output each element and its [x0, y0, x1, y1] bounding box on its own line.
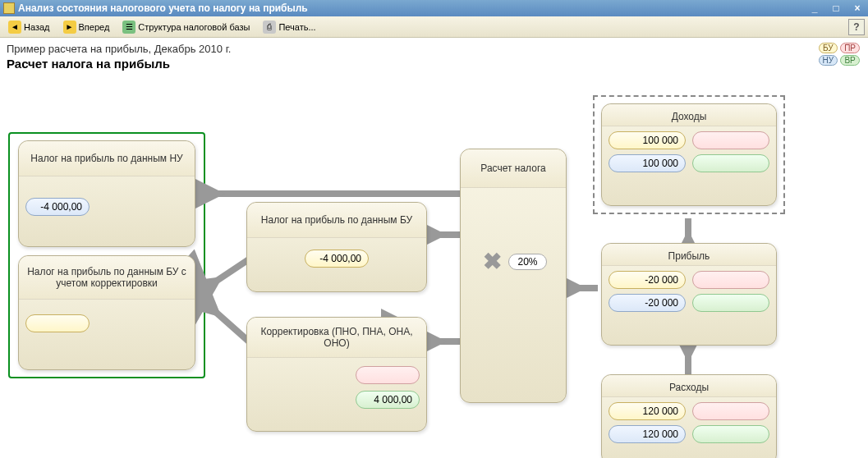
correction-pink: [356, 366, 420, 384]
legend-bu: БУ: [819, 43, 838, 53]
node-calc-title: Расчет налога: [461, 149, 566, 188]
node-tax-nu[interactable]: Налог на прибыль по данным НУ -4 000,00: [18, 140, 195, 247]
back-button[interactable]: ◄ Назад: [3, 18, 55, 36]
toolbar: ◄ Назад ► Вперед ☰ Структура налоговой б…: [0, 16, 868, 38]
legend-nu: НУ: [819, 55, 838, 66]
print-button[interactable]: ⎙ Печать...: [258, 18, 320, 36]
node-correction-title: Корректировка (ПНО, ПНА, ОНА, ОНО): [247, 318, 426, 358]
multiply-icon: ✖: [483, 248, 502, 275]
arrow-right-icon: ►: [63, 21, 76, 34]
tax-nu-value: -4 000,00: [25, 198, 90, 216]
profit-pink: [692, 271, 769, 289]
tax-rate: 20%: [508, 254, 546, 270]
back-label: Назад: [24, 22, 50, 32]
node-tax-bu[interactable]: Налог на прибыль по данным БУ -4 000,00: [246, 202, 427, 292]
income-blue: 100 000: [609, 154, 686, 172]
diagram: Налог на прибыль по данным НУ -4 000,00 …: [7, 71, 861, 458]
node-income[interactable]: Доходы 100 000 100 000: [601, 103, 777, 206]
tree-icon: ☰: [122, 21, 135, 34]
arrow-left-icon: ◄: [8, 21, 21, 34]
node-correction[interactable]: Корректировка (ПНО, ПНА, ОНА, ОНО) 4 000…: [246, 317, 427, 432]
forward-label: Вперед: [79, 22, 110, 32]
svg-line-4: [212, 309, 249, 341]
node-tax-nu-title: Налог на прибыль по данным НУ: [19, 141, 195, 176]
node-tax-bu-corr[interactable]: Налог на прибыль по данным БУ с учетом к…: [18, 255, 195, 370]
maximize-button[interactable]: □: [829, 2, 843, 14]
tax-bu-value: -4 000,00: [305, 250, 369, 268]
structure-label: Структура налоговой базы: [138, 22, 250, 32]
forward-button[interactable]: ► Вперед: [58, 18, 115, 36]
print-label: Печать...: [278, 22, 315, 32]
profit-green: [692, 294, 769, 312]
expense-yellow: 120 000: [609, 402, 686, 420]
close-button[interactable]: ×: [850, 2, 865, 14]
expense-blue: 120 000: [609, 425, 686, 443]
node-income-title: Доходы: [602, 104, 776, 126]
correction-green: 4 000,00: [356, 391, 420, 409]
profit-blue: -20 000: [609, 294, 686, 312]
node-profit-title: Прибыль: [602, 244, 776, 266]
printer-icon: ⎙: [263, 21, 276, 34]
income-yellow: 100 000: [609, 131, 686, 149]
legend: БУ ПР НУ ВР: [819, 43, 860, 66]
node-tax-bu-corr-title: Налог на прибыль по данным БУ с учетом к…: [19, 256, 195, 300]
minimize-button[interactable]: _: [807, 2, 822, 14]
node-expense[interactable]: Расходы 120 000 120 000: [601, 374, 777, 458]
node-profit[interactable]: Прибыль -20 000 -20 000: [601, 243, 777, 346]
income-pink: [692, 131, 769, 149]
profit-yellow: -20 000: [609, 271, 686, 289]
tax-bu-corr-value: [25, 314, 90, 332]
page-title: Расчет налога на прибыль: [7, 57, 861, 71]
legend-vr: ВР: [840, 55, 860, 66]
income-green: [692, 154, 769, 172]
svg-line-3: [212, 259, 249, 284]
structure-button[interactable]: ☰ Структура налоговой базы: [117, 18, 255, 36]
expense-pink: [692, 402, 769, 420]
help-button[interactable]: ?: [848, 19, 865, 35]
app-icon: [3, 2, 15, 14]
node-tax-bu-title: Налог на прибыль по данным БУ: [247, 203, 426, 238]
window-title: Анализ состояния налогового учета по нал…: [18, 2, 308, 14]
legend-pr: ПР: [840, 43, 860, 53]
titlebar: Анализ состояния налогового учета по нал…: [0, 0, 868, 16]
node-calc[interactable]: Расчет налога ✖ 20%: [460, 149, 567, 403]
expense-green: [692, 425, 769, 443]
page-subtitle: Пример расчета на прибыль, Декабрь 2010 …: [7, 43, 861, 55]
node-expense-title: Расходы: [602, 375, 776, 397]
